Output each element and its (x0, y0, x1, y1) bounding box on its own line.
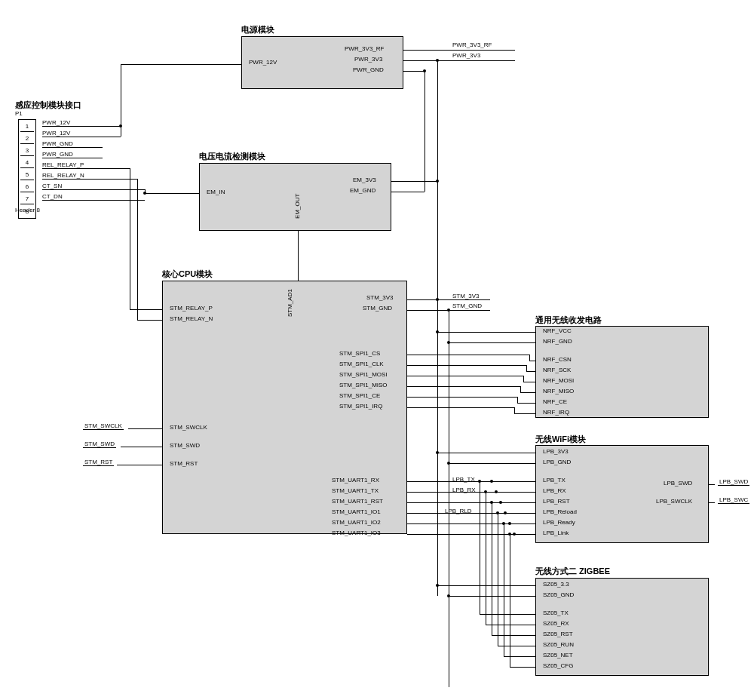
wire (523, 376, 524, 382)
net-pwrgnd-1: PWR_GND (42, 140, 103, 148)
pin-nrf-5: NRF_MISO (543, 388, 574, 395)
pin-emin: EM_IN (207, 189, 225, 195)
pin-lpbswclk: LPB_SWCLK (656, 498, 692, 505)
wire (437, 60, 438, 596)
net-lpbswd: LPB_SWD (718, 478, 749, 486)
pin-zb-6: SZ05_NET (543, 652, 573, 659)
pin-tick (529, 382, 535, 382)
net-stm3v3: STM_3V3 (452, 293, 480, 299)
net-rst: STM_RST (83, 459, 114, 466)
pin-stmrelp: STM_RELAY_P (170, 305, 213, 312)
pin-uart-3: STM_UART1_IO1 (332, 508, 381, 515)
pin-tick (407, 513, 413, 514)
wire (103, 200, 145, 201)
wire (523, 382, 529, 382)
wire (514, 413, 529, 414)
wire (409, 60, 515, 61)
header-ref: P1 (15, 110, 23, 117)
pin-tick (156, 428, 162, 429)
junction-dot (502, 522, 505, 525)
wire (130, 168, 130, 309)
pin-tick (529, 656, 535, 657)
wire (409, 50, 515, 51)
wire (413, 376, 523, 376)
net-pwrgnd-2: PWR_GND (42, 151, 103, 158)
net-lpbrld: LPB_RLD (445, 508, 472, 514)
junction-dot (478, 480, 481, 483)
pin-stmgnd: STM_GND (363, 305, 392, 312)
pin-pwr3v3rf: PWR_3V3_RF (345, 45, 384, 52)
pin-tick (529, 523, 535, 524)
wire (501, 502, 529, 503)
pin-tick (529, 392, 535, 393)
pin-emgnd: EM_GND (350, 187, 375, 194)
wire (526, 365, 527, 371)
pin-tick (407, 376, 413, 376)
pin-wifi-2: LPB_TX (543, 477, 566, 484)
pin-pwr3v3: PWR_3V3 (354, 56, 382, 63)
net-pwr12v-2: PWR_12V (42, 130, 103, 137)
pin-pwrgnd: PWR_GND (353, 66, 384, 73)
pin-tick (529, 502, 535, 503)
pin-uart-5: STM_UART1_IO3 (332, 530, 381, 536)
pin-tick (407, 407, 413, 408)
pin-nrf-4: NRF_MOSI (543, 377, 574, 384)
power-title: 电源模块 (241, 24, 274, 35)
pin-stmad1: STM_AD1 (287, 289, 293, 317)
pin-spi-1: STM_SPI1_CLK (339, 361, 384, 367)
pin-tick (403, 50, 409, 51)
junction-dot (423, 69, 426, 72)
wire (121, 64, 121, 126)
zigbee-title: 无线方式二 ZIGBEE (535, 566, 610, 577)
pin-zb-5: SZ05_RUN (543, 641, 574, 648)
pin-tick (529, 481, 535, 482)
pin-wifi-6: LPB_Ready (543, 519, 575, 526)
pin-wifi-0: LPB_3V3 (543, 448, 569, 455)
pin-tick (529, 463, 535, 464)
junction-dot (495, 490, 498, 493)
wire (514, 534, 529, 535)
net-reln: REL_RELAY_N (42, 172, 103, 180)
wire (298, 269, 299, 281)
wire (517, 397, 518, 403)
pin-tick (156, 465, 162, 465)
wire (517, 403, 529, 404)
wire (510, 523, 529, 524)
pin-tick (529, 667, 535, 668)
junction-dot (496, 511, 499, 514)
junction-dot (143, 192, 146, 195)
pin-tick (529, 646, 535, 646)
net-stmgnd: STM_GND (452, 302, 482, 309)
wire (529, 355, 530, 361)
wire (498, 513, 498, 646)
pin-tick (407, 481, 413, 482)
wire (437, 332, 529, 333)
pin-tick (391, 181, 397, 182)
wire (514, 407, 515, 413)
pin-tick (407, 534, 413, 535)
pin-pwr12v: PWR_12V (249, 59, 277, 66)
wire (397, 192, 425, 192)
pin-tick (403, 71, 409, 72)
wire (492, 481, 529, 482)
pin-swd: STM_SWD (170, 442, 200, 449)
wire (103, 168, 130, 169)
pin-lpbswd: LPB_SWD (664, 480, 692, 487)
net-pwr12v-1: PWR_12V (42, 119, 103, 127)
pin-zb-1: SZ05_GND (543, 591, 574, 598)
pin-tick (529, 492, 535, 493)
wire (449, 463, 529, 464)
pin-emout: EM_OUT (294, 194, 301, 219)
wire (505, 513, 529, 514)
junction-dot (490, 480, 493, 483)
pin-tick (407, 299, 413, 300)
wire (510, 534, 510, 667)
pin-zb-0: SZ05_3.3 (543, 581, 569, 588)
wire (413, 310, 490, 311)
wire (137, 320, 156, 321)
header-title: 感应控制模块接口 (15, 100, 81, 111)
pin-tick (407, 310, 413, 311)
wire (413, 386, 520, 387)
pin-spi-4: STM_SPI1_CE (339, 392, 380, 399)
junction-dot (513, 533, 516, 536)
